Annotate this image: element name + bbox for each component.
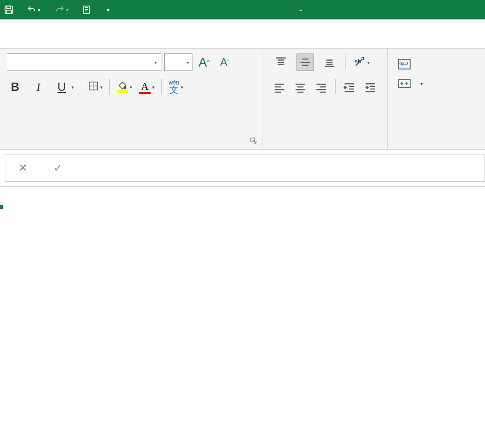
formula-bar: ✕ ✓ <box>0 150 485 187</box>
window-title: - <box>117 4 485 16</box>
ribbon-group-font: ▾ ▾ A^ Aˇ B I U▾ ▾ ▾ A ▾ <box>0 49 262 149</box>
align-middle-button[interactable] <box>296 53 314 71</box>
svg-text:ab: ab <box>355 58 361 64</box>
tab-image-tools[interactable] <box>150 42 177 48</box>
font-dialog-launcher[interactable] <box>250 138 257 144</box>
qat-customize[interactable]: ▾ <box>99 0 117 19</box>
italic-button[interactable]: I <box>30 78 47 96</box>
font-name-dropdown[interactable]: ▾ <box>7 53 161 71</box>
decrease-font-size[interactable]: Aˇ <box>216 53 233 71</box>
tab-fangfang[interactable] <box>95 42 122 48</box>
ribbon-group-alignment: ab▾ <box>262 49 388 149</box>
undo-button[interactable]: ▾ <box>21 0 46 19</box>
svg-rect-1 <box>7 6 11 9</box>
ribbon-group-wrap: ab ▾ <box>388 49 433 149</box>
selection-outline <box>0 206 2 208</box>
fill-color-button[interactable]: ▾ <box>117 81 132 93</box>
decrease-indent-button[interactable] <box>343 79 357 96</box>
save-button[interactable] <box>0 0 17 19</box>
bold-button[interactable]: B <box>7 78 23 96</box>
tab-insert[interactable] <box>0 42 14 48</box>
tab-formulas[interactable] <box>41 42 68 48</box>
separator <box>109 79 110 95</box>
quick-access-toolbar: ▾ ▾ ▾ <box>0 0 117 19</box>
align-bottom-button[interactable] <box>321 53 338 71</box>
align-right-button[interactable] <box>314 79 328 96</box>
separator <box>161 79 162 95</box>
underline-button[interactable]: U▾ <box>53 78 74 96</box>
ribbon-tabs <box>0 19 485 49</box>
separator <box>81 79 81 95</box>
name-box[interactable]: ✕ ✓ <box>5 155 111 182</box>
phonetic-button[interactable]: wén文 ▾ <box>169 80 183 94</box>
merge-center-button[interactable]: ▾ <box>398 74 423 93</box>
spreadsheet-grid[interactable] <box>0 187 485 206</box>
column-headers <box>0 187 485 206</box>
svg-rect-2 <box>6 10 11 14</box>
enter-icon[interactable]: ✓ <box>48 158 68 178</box>
align-top-button[interactable] <box>272 53 290 71</box>
align-center-button[interactable] <box>293 79 307 96</box>
font-size-dropdown[interactable]: ▾ <box>164 53 192 71</box>
tab-page-layout[interactable] <box>14 42 41 48</box>
increase-font-size[interactable]: A^ <box>195 53 213 71</box>
page-icon[interactable] <box>78 0 95 19</box>
formula-input[interactable] <box>111 155 485 182</box>
titlebar: ▾ ▾ ▾ - <box>0 0 485 19</box>
align-left-button[interactable] <box>272 79 286 96</box>
increase-indent-button[interactable] <box>364 79 378 96</box>
separator <box>345 53 346 69</box>
tab-diy[interactable] <box>122 42 150 48</box>
fx-button[interactable] <box>84 158 103 178</box>
tab-data[interactable] <box>68 42 95 48</box>
wrap-text-button[interactable]: ab <box>398 54 423 74</box>
cancel-icon[interactable]: ✕ <box>13 158 33 178</box>
redo-button[interactable]: ▾ <box>50 0 74 19</box>
separator <box>335 79 336 94</box>
border-button[interactable]: ▾ <box>88 81 103 93</box>
ribbon: ▾ ▾ A^ Aˇ B I U▾ ▾ ▾ A ▾ <box>0 49 485 150</box>
font-color-button[interactable]: A ▾ <box>139 80 155 94</box>
orientation-button[interactable]: ab▾ <box>352 53 370 71</box>
svg-rect-9 <box>398 80 410 87</box>
